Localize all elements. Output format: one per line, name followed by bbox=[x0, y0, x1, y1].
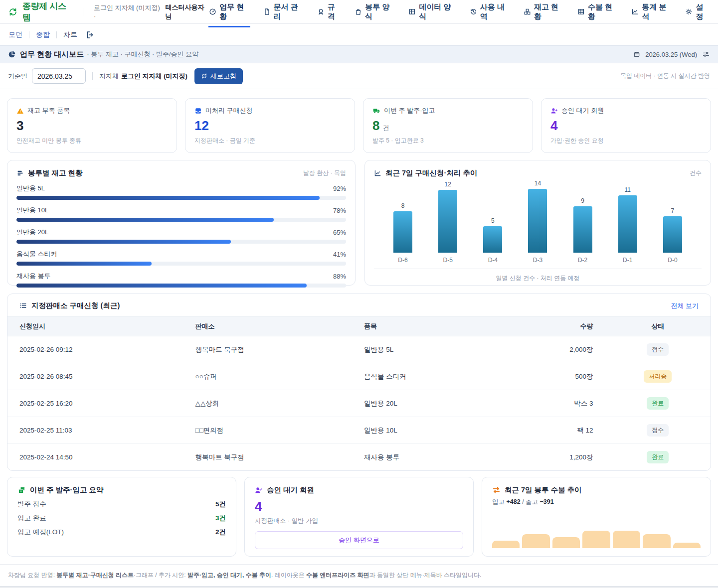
bag-icon bbox=[355, 8, 362, 15]
table-row: 2025-02-26 08:45 ○○슈퍼 음식물 스티커 500장 처리중 bbox=[7, 363, 711, 390]
bar-value: 7 bbox=[671, 207, 675, 214]
stock-by-bag-panel: 봉투별 재고 현황 낱장 환산 · 목업 일반용 5L92% 일반용 10L78… bbox=[7, 160, 356, 286]
bar-category: D-3 bbox=[533, 257, 542, 264]
status-bar: 준비됨 로그인 지자체 (미지정) Ver. 목업 2026.03.25 (We… bbox=[0, 586, 718, 588]
nav-label: 설정 bbox=[696, 2, 710, 21]
bar-column: 5D-4 bbox=[478, 180, 508, 264]
stock-label: 일반용 5L bbox=[16, 184, 45, 193]
status-badge: 접수 bbox=[647, 343, 669, 356]
nav-item-work-status[interactable]: 업무 현황 bbox=[208, 0, 250, 27]
view-link-chart[interactable]: 차트 bbox=[63, 30, 77, 39]
footnote-text: . 레이아웃은 bbox=[271, 572, 306, 579]
refresh-button[interactable]: 새로고침 bbox=[194, 68, 243, 84]
stock-row: 재사용 봉투88% bbox=[16, 272, 346, 288]
table-row: 2025-02-24 14:50 행복마트 북구점 재사용 봉투 1,200장 … bbox=[7, 444, 711, 471]
bar-category: D-2 bbox=[578, 257, 587, 264]
panel-title: 봉투별 재고 현황 bbox=[28, 168, 83, 178]
table-row: 2025-02-26 09:12 행복마트 북구점 일반용 5L 2,000장 … bbox=[7, 336, 711, 363]
stock-pct: 65% bbox=[333, 229, 346, 236]
kpi-value: 3 bbox=[16, 119, 23, 133]
bar-column: 7D-0 bbox=[658, 180, 688, 264]
cell-datetime: 2025-02-26 09:12 bbox=[7, 336, 183, 363]
pending-approval-card: 승인 대기 회원 4 지정판매소 · 일반 가입 승인 화면으로 bbox=[244, 477, 474, 557]
bar bbox=[393, 211, 412, 253]
kpi-card-low-stock: 재고 부족 품목 3 안전재고 미만 봉투 종류 bbox=[7, 98, 177, 153]
table-header-row: 신청일시 판매소 품목 수량 상태 bbox=[7, 317, 711, 336]
pie-chart-icon bbox=[8, 50, 16, 58]
weekly-requests-chart-panel: 최근 7일 구매신청·처리 추이 건수 8D-6 12D-5 5D-4 14D-… bbox=[364, 160, 711, 286]
trend-line-icon bbox=[374, 169, 381, 177]
cell-store: 행복마트 북구점 bbox=[183, 444, 352, 471]
base-date-input[interactable] bbox=[32, 68, 86, 84]
purchase-requests-table: 신청일시 판매소 품목 수량 상태 2025-02-26 09:12 행복마트 … bbox=[7, 316, 711, 470]
progress-track bbox=[16, 262, 346, 266]
nav-label: 통계 분석 bbox=[642, 2, 672, 21]
kpi-sub: 발주 5 · 입고완료 3 bbox=[372, 137, 524, 145]
logout-icon[interactable] bbox=[86, 30, 95, 39]
gear-icon bbox=[685, 8, 693, 15]
refresh-label: 새로고침 bbox=[210, 72, 236, 81]
boxes-icon bbox=[524, 8, 531, 15]
kpi-card-pending-members: 승인 대기 회원 4 가입·권한 승인 요청 bbox=[541, 98, 711, 153]
kpi-value: 8 bbox=[372, 119, 379, 133]
sliders-icon[interactable] bbox=[702, 50, 710, 58]
cell-item: 재사용 봉투 bbox=[352, 444, 507, 471]
nav-item-data-forms[interactable]: 데이터 양식 bbox=[408, 0, 456, 27]
cell-item: 음식물 스티커 bbox=[352, 363, 507, 390]
cell-datetime: 2025-02-25 11:03 bbox=[7, 417, 183, 444]
charts-row: 봉투별 재고 현황 낱장 환산 · 목업 일반용 5L92% 일반용 10L78… bbox=[7, 160, 711, 286]
login-user-name: 테스터사용자님 bbox=[165, 3, 208, 21]
exchange-arrows-icon bbox=[492, 486, 501, 494]
bar-category: D-4 bbox=[488, 257, 498, 264]
page-subtitle: · 봉투 재고 · 구매신청 · 발주/승인 요약 bbox=[87, 50, 198, 59]
nav-item-usage-history[interactable]: 사용 내역 bbox=[469, 0, 511, 27]
kpi-value: 12 bbox=[194, 119, 209, 133]
panel-hint: 낱장 환산 · 목업 bbox=[303, 169, 346, 177]
col-header-qty: 수량 bbox=[507, 317, 605, 336]
table-row: 2025-02-25 11:03 □□편의점 일반용 10L 팩 12 접수 bbox=[7, 417, 711, 444]
bar bbox=[663, 216, 682, 253]
summary-row: 입고 예정(LOT)2건 bbox=[17, 528, 226, 537]
summary-value: 5건 bbox=[215, 500, 226, 509]
inbox-stack-icon bbox=[17, 486, 26, 494]
col-header-item: 품목 bbox=[352, 317, 507, 336]
nav-item-bag-forms[interactable]: 봉투 양식 bbox=[354, 0, 395, 27]
nav-item-statistics[interactable]: 통계 분석 bbox=[631, 0, 672, 27]
nav-item-inventory[interactable]: 재고 현황 bbox=[523, 0, 564, 27]
badge-icon bbox=[317, 8, 325, 15]
kpi-label: 미처리 구매신청 bbox=[205, 106, 253, 115]
kpi-sub: 가입·권한 승인 요청 bbox=[550, 137, 702, 145]
mock-data-hint: 목업 데이터 · 연동 시 실시간 반영 bbox=[620, 72, 710, 80]
unit-label: 건수 bbox=[690, 169, 702, 177]
ledger-table-icon bbox=[577, 8, 585, 15]
progress-track bbox=[16, 218, 346, 222]
view-link-modern[interactable]: 모던 bbox=[8, 30, 22, 39]
footnote-text: ·그래프 / 추가 시안: bbox=[134, 572, 187, 579]
go-to-approval-button[interactable]: 승인 화면으로 bbox=[255, 531, 463, 549]
bar-chart-icon bbox=[16, 169, 24, 177]
view-all-link[interactable]: 전체 보기 bbox=[671, 301, 699, 310]
status-badge: 완료 bbox=[647, 397, 669, 410]
cell-store: □□편의점 bbox=[183, 417, 352, 444]
history-icon bbox=[470, 8, 477, 15]
kpi-label: 재고 부족 품목 bbox=[27, 106, 70, 115]
bar-column: 12D-5 bbox=[433, 180, 463, 264]
nav-item-ledger[interactable]: 수불 현황 bbox=[577, 0, 618, 27]
progress-fill bbox=[16, 284, 307, 288]
progress-fill bbox=[16, 196, 320, 200]
page-title-bar: 업무 현황 대시보드 · 봉투 재고 · 구매신청 · 발주/승인 요약 202… bbox=[0, 45, 718, 63]
stock-pct: 88% bbox=[333, 273, 346, 280]
nav-item-documents[interactable]: 문서 관리 bbox=[263, 0, 304, 27]
kpi-card-weekly-orders: 이번 주 발주·입고 8건 발주 5 · 입고완료 3 bbox=[363, 98, 533, 153]
view-link-combined[interactable]: 종합 bbox=[36, 30, 50, 39]
cell-datetime: 2025-02-24 14:50 bbox=[7, 444, 183, 471]
cell-store: 행복마트 북구점 bbox=[183, 336, 352, 363]
cell-qty: 팩 12 bbox=[507, 417, 605, 444]
user-check-icon bbox=[255, 486, 263, 494]
nav-item-settings[interactable]: 설정 bbox=[685, 0, 710, 27]
cell-store: ○○슈퍼 bbox=[183, 363, 352, 390]
nav-item-specs[interactable]: 규격 bbox=[317, 0, 342, 27]
inbox-icon bbox=[194, 107, 202, 115]
nav-label: 규격 bbox=[328, 2, 342, 21]
nav-label: 문서 관리 bbox=[274, 2, 304, 21]
